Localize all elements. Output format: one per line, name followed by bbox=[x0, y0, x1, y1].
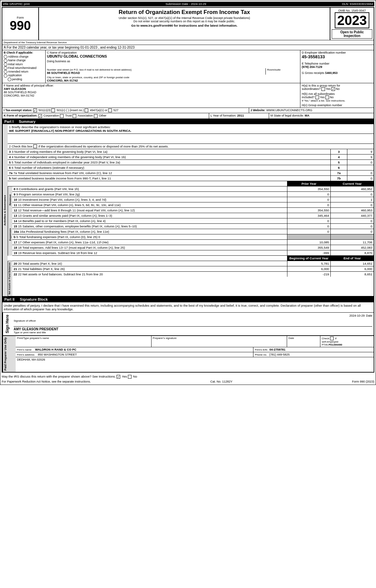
preparer-date-col: Date bbox=[287, 336, 320, 347]
row-f-h: F Name and address of principal officer:… bbox=[2, 83, 374, 108]
print-name-col: Print/Type preparer's name bbox=[16, 336, 152, 347]
omb-label: OMB No. 1545-0047 bbox=[332, 9, 372, 12]
line7a-val: 0 bbox=[347, 170, 374, 175]
line17: 17 17 Other expenses (Part IX, column (A… bbox=[12, 240, 374, 245]
firm-name-label: Firm's name bbox=[17, 348, 32, 351]
ha-label: H(a) Is this a group return for bbox=[302, 84, 340, 87]
line1-value: WE SUPPORT (FINANCIALLY) NON-PROFIT ORGA… bbox=[9, 129, 372, 133]
k-corporation bbox=[38, 114, 42, 118]
hb-included: included? Yes No bbox=[302, 96, 372, 99]
ha: H(a) Is this a group return for subordin… bbox=[302, 84, 372, 91]
ha-yes bbox=[321, 87, 325, 91]
preparer-row4: DEDHAM, MA 02026 bbox=[16, 357, 374, 362]
line6: 6 6 Total number of volunteers (estimate… bbox=[8, 165, 374, 170]
line3-num: 3 bbox=[330, 149, 347, 154]
room-suite: Room/suite bbox=[265, 68, 299, 75]
revenue-section: Revenue 8 8 Contributions and grants (Pa… bbox=[8, 186, 374, 213]
preparer-content: Print/Type preparer's name Preparer's si… bbox=[16, 336, 374, 372]
line16b: b b Total fundraising expenses (Part IX,… bbox=[12, 234, 374, 240]
line22: 22 22 Net assets or fund balances. Subtr… bbox=[12, 272, 374, 277]
f-address: 88 SOUTHFIELD ROAD bbox=[4, 91, 299, 94]
preparer-sig-col: Preparer's signature bbox=[152, 336, 287, 347]
expenses-section: Expenses 13 13 Grants and similar amount… bbox=[8, 213, 374, 256]
radio-pending bbox=[8, 78, 11, 81]
line17-label: 17 17 Other expenses (Part IX, column (A… bbox=[12, 240, 287, 245]
if-label: if bbox=[335, 337, 336, 340]
hb-if-no: If "No," attach a list. See instructions… bbox=[302, 99, 372, 102]
blank-row-1 bbox=[8, 134, 374, 144]
pending-label: pending bbox=[12, 78, 22, 81]
e-section: E Telephone number (978) 204-7129 bbox=[302, 62, 372, 69]
line19-current: 8,870 bbox=[330, 250, 374, 255]
open-to-public: Open to Public Inspection bbox=[332, 29, 372, 39]
form-990-page: efile GRAPHIC print Submission Date - 20… bbox=[0, 0, 376, 385]
phone-label: Phone no. bbox=[255, 353, 267, 356]
section-b-label: B Check if applicable: bbox=[4, 51, 44, 54]
ptin-label: PTIN bbox=[322, 343, 328, 346]
name-change-label: Name change bbox=[8, 59, 26, 62]
part2-label: Part II bbox=[4, 297, 15, 301]
b-amended: Amended return bbox=[4, 70, 44, 74]
line11-label: 11 11 Other revenue (Part VIII, column (… bbox=[12, 202, 287, 207]
line10-label: 10 10 Investment income (Part VIII, colu… bbox=[12, 197, 287, 202]
line4-num: 4 bbox=[330, 154, 347, 159]
section-f: F Name and address of principal officer:… bbox=[2, 83, 300, 108]
omb-box: OMB No. 1545-0047 2023 Open to Public In… bbox=[330, 8, 374, 40]
firm-name-value: WALDRON H RAND & CO PC bbox=[35, 348, 76, 351]
line21: 21 21 Total liabilities (Part X, line 26… bbox=[12, 266, 374, 272]
line18-prior: 355,549 bbox=[287, 245, 330, 250]
line8-prior: 354,550 bbox=[287, 186, 330, 191]
line11-current: 0 bbox=[330, 202, 374, 207]
row-i-j: I Tax-exempt status: 501(c)(3) 501(c) ( … bbox=[2, 108, 374, 113]
line4: 4 4 Number of independent voting members… bbox=[8, 154, 374, 160]
paid-preparer-label: Paid Preparer Use Only bbox=[2, 336, 16, 372]
line1-section: 1 Briefly describe the organization's mi… bbox=[8, 124, 374, 134]
line5: 5 5 Total number of individuals employed… bbox=[8, 160, 374, 165]
line12-prior: 354,550 bbox=[287, 208, 330, 213]
line9-prior: 0 bbox=[287, 192, 330, 197]
part2-header: Part II Signature Block bbox=[2, 296, 374, 302]
i-501c bbox=[51, 109, 55, 112]
firm-address-value: 850 WASHINGTON STREET bbox=[38, 353, 77, 356]
line13-current: 440,377 bbox=[330, 213, 374, 218]
part1-title: Summary bbox=[19, 120, 36, 124]
line14-prior: 0 bbox=[287, 218, 330, 223]
i-label: I Tax-exempt status: bbox=[4, 109, 32, 112]
g-section: G Gross receipts $460,953 bbox=[302, 71, 372, 75]
line21-label: 21 21 Total liabilities (Part X, line 26… bbox=[12, 266, 287, 271]
firm-address-label: Firm's address bbox=[17, 353, 34, 356]
f-city: CONCORD, MA 01742 bbox=[4, 94, 299, 97]
line12-label: 12 12 Total revenue—add lines 8 through … bbox=[12, 208, 287, 213]
line14-label: 14 14 Benefits paid to or for members (P… bbox=[12, 218, 287, 223]
dba-label: Doing business as bbox=[47, 60, 299, 63]
line16a-prior: 0 bbox=[287, 229, 330, 234]
line19-prior: -999 bbox=[287, 250, 330, 255]
self-emp-checkbox bbox=[330, 337, 334, 340]
line13-prior: 345,464 bbox=[287, 213, 330, 218]
line3-label: 3 3 Number of voting members of the gove… bbox=[8, 149, 330, 154]
preparer-section: Paid Preparer Use Only Print/Type prepar… bbox=[2, 335, 374, 372]
b-initial-return: Initial return bbox=[4, 63, 44, 66]
paperwork-text: For Paperwork Reduction Act Notice, see … bbox=[2, 380, 91, 383]
firm-address-col: Firm's address 850 WASHINGTON STREET bbox=[16, 352, 253, 357]
i-501c3 bbox=[33, 109, 37, 112]
line15: 15 15 Salaries, other compensation, empl… bbox=[12, 224, 374, 229]
line2-section: 2 Check this box if the organization dis… bbox=[8, 144, 374, 149]
firm-ein-col: Firm's EIN 04-2759781 bbox=[253, 347, 374, 352]
ein: 45-3558133 bbox=[302, 54, 372, 59]
do-not-enter: Do not enter social security numbers on … bbox=[40, 20, 328, 23]
line21-end: 6,000 bbox=[330, 266, 374, 271]
radio-address bbox=[4, 55, 7, 59]
form-number-box: Form 990 bbox=[2, 8, 39, 40]
date-label: Date bbox=[366, 314, 372, 317]
line15-prior: 0 bbox=[287, 224, 330, 229]
line22-end: 8,651 bbox=[330, 272, 374, 277]
name-title: AMY GLEASON PRESIDENT bbox=[14, 327, 372, 331]
line22-label: 22 22 Net assets or fund balances. Subtr… bbox=[12, 272, 287, 277]
penalty-text: Under penalties of perjury, I declare th… bbox=[4, 304, 372, 311]
line8-label: 8 8 Contributions and grants (Part VIII,… bbox=[12, 186, 287, 191]
line7a-label: 7a 7a Total unrelated business revenue f… bbox=[8, 170, 330, 175]
section-c: C Name of organization UBUNTU GLOBAL CON… bbox=[46, 50, 300, 83]
beginning-header: Beginning of Current Year bbox=[287, 256, 330, 261]
preparer-date-label: Date bbox=[288, 337, 319, 340]
